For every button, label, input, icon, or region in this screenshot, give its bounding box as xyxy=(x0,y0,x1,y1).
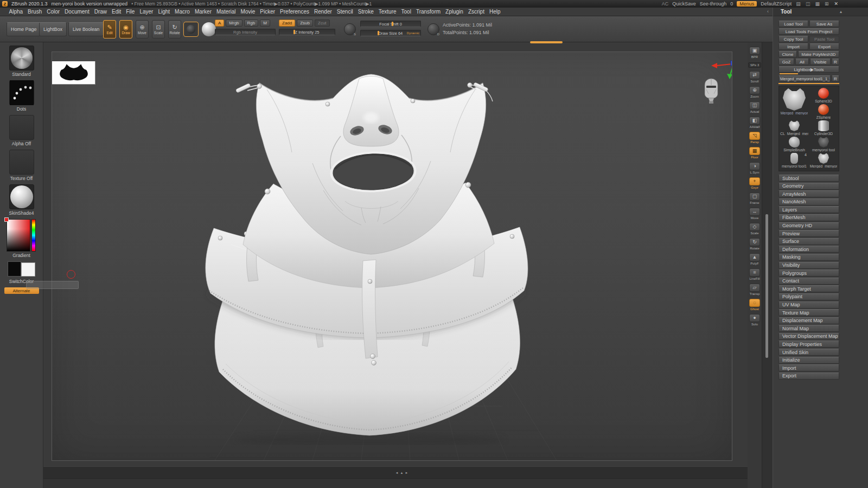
shelf-button[interactable]: ⇄ Scroll xyxy=(748,71,761,83)
menu-item[interactable]: File xyxy=(124,9,137,15)
menu-item[interactable]: Alpha xyxy=(7,9,25,15)
shelf-button[interactable]: ◌ Ghost xyxy=(748,299,761,311)
tool-section-button[interactable]: Preview xyxy=(778,230,839,237)
tool-thumbnail[interactable]: Cylinder3D xyxy=(809,120,838,137)
shelf-button[interactable]: ↔ Move xyxy=(748,208,761,220)
shelf-button[interactable]: ◑ L.Sym xyxy=(748,162,761,174)
load-tools-from-project-button[interactable]: Load Tools From Project xyxy=(778,28,839,35)
camview-widget[interactable] xyxy=(702,78,720,105)
shelf-button[interactable]: SPix 3 xyxy=(748,62,761,68)
sculpt-mode-button[interactable]: Zadd xyxy=(279,20,295,27)
tool-section-button[interactable]: Texture Map xyxy=(778,309,839,316)
home-page-button[interactable]: Home Page xyxy=(7,22,41,36)
paint-mode-button[interactable]: M xyxy=(260,20,270,27)
tool-section-button[interactable]: Normal Map xyxy=(778,325,839,332)
shelf-button[interactable]: ◇ Scale xyxy=(748,223,761,235)
mode-button[interactable]: ⊡ Scale xyxy=(152,20,165,38)
alpha-off-icon[interactable] xyxy=(9,115,34,140)
dynamic-toggle[interactable]: Dynamic xyxy=(407,31,419,35)
tool-section-button[interactable]: Morph Target xyxy=(778,285,839,292)
tool-section-button[interactable]: Polygroups xyxy=(778,269,839,277)
tool-section-button[interactable]: Surface xyxy=(778,238,839,245)
primary-color-swatch[interactable] xyxy=(8,261,21,277)
quicksave-button[interactable]: QuickSave xyxy=(672,1,696,7)
tool-thumbnail[interactable]: menyoroi tool1 4 xyxy=(780,153,808,169)
menu-item[interactable]: Brush xyxy=(25,9,44,15)
layout-icon[interactable]: ▤ xyxy=(795,1,801,7)
tool-section-button[interactable]: UV Map xyxy=(778,301,839,309)
menu-item[interactable]: Stroke xyxy=(355,9,376,15)
tool-section-button[interactable]: Export xyxy=(778,373,839,380)
paint-mode-button[interactable]: A xyxy=(215,20,224,27)
menu-item[interactable]: Texture xyxy=(376,9,399,15)
mode-button[interactable]: ◉ Draw xyxy=(119,20,132,38)
tool-section-button[interactable]: Masking xyxy=(778,254,839,261)
tool-section-button[interactable]: Visibility xyxy=(778,262,839,269)
stroke-dots-icon[interactable] xyxy=(9,80,34,105)
shelf-button[interactable]: ▦ Floor xyxy=(748,147,761,159)
goz-button[interactable]: GoZ xyxy=(778,59,794,65)
lightbox-button[interactable]: LightBox xyxy=(39,22,67,36)
z-intensity-handle[interactable] xyxy=(293,30,295,34)
sculpt-mode-button[interactable]: Zsub xyxy=(297,20,313,27)
seethrough-value[interactable]: 0 xyxy=(730,1,733,7)
focal-shift-slider[interactable]: Focal Shift 0 xyxy=(360,21,421,27)
shelf-button[interactable]: ▱ Transp xyxy=(748,284,761,296)
menus-toggle[interactable]: Menus xyxy=(737,1,757,7)
saturation-square[interactable] xyxy=(7,219,30,252)
tool-section-button[interactable]: ArrayMesh xyxy=(778,190,839,197)
menu-item[interactable]: Movie xyxy=(238,9,258,15)
window-icon[interactable]: ⊞ xyxy=(824,1,829,7)
shelf-button[interactable]: ↻ Rotate xyxy=(748,238,761,250)
goz-all-button[interactable]: All xyxy=(795,59,809,65)
color-picker[interactable]: Gradient xyxy=(0,219,43,258)
material-thumbnail-icon[interactable] xyxy=(9,184,34,209)
tool-section-button[interactable]: Polypaint xyxy=(778,293,839,300)
tool-thumbnail[interactable]: SimpleBrush xyxy=(780,137,808,153)
tool-thumbnail[interactable]: menyoroi tool xyxy=(809,137,838,153)
current-stroke[interactable]: Dots xyxy=(0,80,43,112)
tool-section-button[interactable]: Subtool xyxy=(778,175,839,182)
shelf-button[interactable]: ≡ LineFill xyxy=(748,268,761,280)
mode-button[interactable]: ↻ Rotate xyxy=(168,20,181,38)
tool-section-button[interactable]: Vector Displacement Map xyxy=(778,333,839,340)
shelf-button[interactable]: ● Solo xyxy=(748,314,761,326)
goz-visible-button[interactable]: Visible xyxy=(810,59,831,65)
paint-mode-button[interactable]: Rgb xyxy=(244,20,259,27)
clone-button[interactable]: Clone xyxy=(778,51,797,57)
tool-thumbnail[interactable]: Merged_menyor xyxy=(780,88,808,120)
brush-thumbnail-icon[interactable] xyxy=(9,46,34,70)
tool-section-button[interactable]: Geometry HD xyxy=(778,222,839,229)
menu-item[interactable]: Light xyxy=(156,9,173,15)
close-icon[interactable]: ✕ xyxy=(833,1,839,7)
menu-item[interactable]: Preferences xyxy=(278,9,312,15)
goz-r-button[interactable]: R xyxy=(832,59,839,65)
shelf-button[interactable]: + Gxyz xyxy=(748,177,761,189)
secondary-color-swatch[interactable] xyxy=(21,262,35,277)
texture-off-icon[interactable] xyxy=(9,150,34,175)
menu-item[interactable]: Marker xyxy=(192,9,214,15)
tool-section-button[interactable]: FiberMesh xyxy=(778,214,839,221)
menu-item[interactable]: Edit xyxy=(110,9,124,15)
lightbox-tools-button[interactable]: Lightbox▶Tools xyxy=(778,66,839,73)
tool-section-button[interactable]: Layers xyxy=(778,206,839,213)
mode-button[interactable]: ⊕ Move xyxy=(136,20,149,38)
paint-mode-button[interactable]: Mrgb xyxy=(226,20,242,27)
current-brush[interactable]: Standard xyxy=(0,46,43,77)
shelf-button[interactable]: ◫ Actual xyxy=(748,101,761,113)
save-as-button[interactable]: Save As xyxy=(809,21,839,27)
grid-icon[interactable]: ▦ xyxy=(814,1,820,7)
shelf-button[interactable]: ▲ PolyF xyxy=(748,253,761,265)
tool-section-button[interactable]: Import xyxy=(778,364,839,371)
panels-icon[interactable]: ◫ xyxy=(805,1,811,7)
tool-section-button[interactable]: Initialize xyxy=(778,357,839,364)
material-sphere-icon[interactable] xyxy=(202,22,216,36)
menu-item[interactable]: Draw xyxy=(92,9,109,15)
draw-size-slider[interactable]: Draw Size 64 Dynamic xyxy=(360,30,421,36)
live-boolean-button[interactable]: Live Boolean xyxy=(68,22,104,36)
tool-section-button[interactable]: Unified Skin xyxy=(778,349,839,356)
copy-tool-button[interactable]: Copy Tool xyxy=(778,36,808,42)
menu-item[interactable]: Tool xyxy=(399,9,413,15)
z-intensity-slider[interactable]: Z Intensity 25 xyxy=(279,29,335,35)
hue-strip[interactable] xyxy=(31,219,36,252)
